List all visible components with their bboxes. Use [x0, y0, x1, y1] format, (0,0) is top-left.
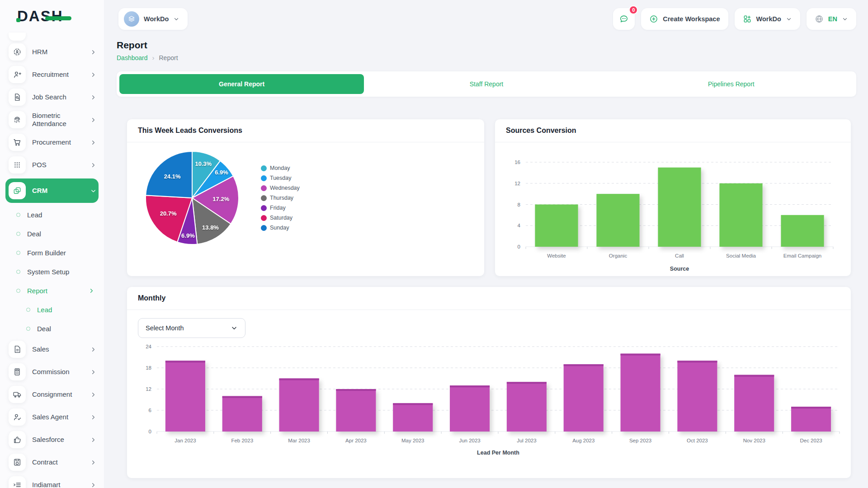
chevron-right-icon [90, 436, 97, 443]
legend-label: Thursday [270, 195, 293, 201]
commission-icon [9, 363, 26, 380]
svg-text:Mar 2023: Mar 2023 [288, 438, 310, 443]
create-workspace-label: Create Workspace [663, 15, 720, 23]
sidebar-subitem-label: Deal [27, 230, 41, 238]
monthly-card: Monthly Select Month 06121824Jan 2023Feb… [127, 287, 851, 478]
svg-text:Oct 2023: Oct 2023 [687, 438, 708, 443]
tab-pipelines-report[interactable]: Pipelines Report [609, 74, 854, 94]
legend-item-thursday[interactable]: Thursday [261, 195, 300, 201]
sidebar-item-indiamart[interactable]: Indiamart [5, 474, 99, 488]
procurement-icon [9, 134, 26, 151]
chevron-right-icon [90, 482, 97, 488]
building-icon [127, 15, 136, 23]
sidebar-item-commission[interactable]: Commission [5, 361, 99, 383]
biometric-icon [9, 111, 26, 128]
indiamart-icon [9, 476, 26, 488]
legend-item-sunday[interactable]: Sunday [261, 225, 300, 231]
svg-text:Organic: Organic [609, 253, 627, 258]
weekly-leads-card-body: 10.3%6.9%17.2%13.8%6.9%20.7%24.1% Monday… [127, 142, 484, 274]
sidebar-item-pos[interactable]: POS [5, 154, 99, 176]
pie-legend: MondayTuesdayWednesdayThursdayFridaySatu… [261, 165, 300, 231]
sidebar-item-label: POS [32, 161, 84, 169]
sales-icon [9, 341, 26, 358]
workspace-name: WorkDo [144, 15, 169, 23]
sidebar-item-label: Job Search [32, 93, 84, 101]
sidebar-item-contract[interactable]: Contract [5, 451, 99, 474]
legend-item-tuesday[interactable]: Tuesday [261, 175, 300, 181]
sidebar-item-label: Salesforce [32, 436, 84, 444]
sidebar-subitem-label: Lead [37, 306, 52, 314]
messages-button[interactable]: 0 [613, 8, 635, 30]
svg-text:Jun 2023: Jun 2023 [459, 438, 480, 443]
legend-dot [261, 215, 267, 221]
app-logo: DASH [5, 0, 99, 33]
svg-text:May 2023: May 2023 [401, 438, 425, 443]
sidebar-item-biometric-attendance[interactable]: Biometric Attendance [5, 108, 99, 131]
circle-icon [26, 327, 30, 331]
sidebar-item-sales-agent[interactable]: Sales Agent [5, 406, 99, 428]
workspace-selector[interactable]: WorkDo [118, 8, 188, 30]
circle-icon [26, 308, 30, 312]
sidebar-subitem-report[interactable]: Report [5, 281, 99, 300]
tab-staff-report[interactable]: Staff Report [364, 74, 609, 94]
svg-text:12: 12 [146, 386, 151, 392]
legend-item-saturday[interactable]: Saturday [261, 215, 300, 221]
month-select[interactable]: Select Month [138, 318, 245, 338]
legend-dot [261, 165, 267, 171]
sources-card-title: Sources Conversion [506, 127, 840, 135]
sidebar-item-sales[interactable]: Sales [5, 338, 99, 361]
sidebar-item-label: Sales [32, 345, 84, 353]
tab-general-report[interactable]: General Report [119, 74, 364, 94]
sidebar-subitem-lead[interactable]: Lead [5, 205, 99, 224]
legend-dot [261, 185, 267, 191]
sidebar-subitem-deal[interactable]: Deal [5, 319, 99, 338]
chevron-down-icon [786, 16, 792, 22]
chat-icon [619, 14, 629, 24]
create-workspace-button[interactable]: Create Workspace [641, 8, 728, 30]
sidebar-item-job-search[interactable]: Job Search [5, 86, 99, 108]
sidebar-item-label: Recruitment [32, 70, 84, 79]
sidebar-item-recruitment[interactable]: Recruitment [5, 63, 99, 86]
sidebar-item-label: Biometric Attendance [32, 112, 84, 127]
svg-text:Email Campaign: Email Campaign [783, 253, 821, 258]
sidebar-item-label: CRM [32, 187, 84, 195]
messages-badge: 0 [629, 5, 638, 14]
svg-text:Lead Per Month: Lead Per Month [477, 450, 519, 456]
monthly-card-title: Monthly [138, 294, 840, 302]
svg-text:Dec 2023: Dec 2023 [800, 438, 822, 443]
sidebar-subitem-form-builder[interactable]: Form Builder [5, 243, 99, 262]
legend-item-monday[interactable]: Monday [261, 165, 300, 171]
chevron-right-icon [90, 117, 97, 123]
legend-label: Sunday [270, 225, 289, 231]
sidebar-item-salesforce[interactable]: Salesforce [5, 428, 99, 451]
sources-bar-chart: 0481216WebsiteOrganicCallSocial MediaEma… [502, 145, 840, 274]
sidebar-subitem-label: Report [27, 287, 47, 295]
account-selector[interactable]: WorkDo [735, 8, 800, 30]
report-tabs: General ReportStaff ReportPipelines Repo… [117, 71, 856, 97]
sidebar-item-procurement[interactable]: Procurement [5, 131, 99, 154]
weekly-leads-card-header: This Week Leads Conversions [127, 119, 484, 142]
legend-item-wednesday[interactable]: Wednesday [261, 185, 300, 191]
sidebar-item-consignment[interactable]: Consignment [5, 383, 99, 406]
chevron-right-icon [90, 391, 97, 398]
sidebar-item-hrm[interactable]: HRM [5, 41, 99, 63]
svg-text:0: 0 [149, 429, 151, 434]
svg-text:0: 0 [518, 244, 520, 249]
sidebar-subitem-deal[interactable]: Deal [5, 224, 99, 243]
sidebar-item-crm[interactable]: CRM [5, 178, 99, 203]
weekly-leads-pie-chart: 10.3%6.9%17.2%13.8%6.9%20.7%24.1% [143, 149, 241, 247]
chevron-down-icon [231, 324, 238, 332]
language-selector[interactable]: EN [807, 8, 856, 30]
sources-conversion-card: Sources Conversion 0481216WebsiteOrganic… [495, 119, 851, 276]
breadcrumb-separator: › [152, 54, 155, 61]
sidebar-subitem-lead[interactable]: Lead [5, 300, 99, 319]
sidebar-item-label: Commission [32, 368, 84, 376]
svg-text:Feb 2023: Feb 2023 [231, 438, 253, 443]
sidebar-subitem-label: System Setup [27, 268, 69, 276]
legend-label: Saturday [270, 215, 292, 221]
sidebar-subitem-system-setup[interactable]: System Setup [5, 262, 99, 281]
chevron-right-icon [90, 139, 97, 146]
consignment-icon [9, 386, 26, 403]
legend-item-friday[interactable]: Friday [261, 205, 300, 211]
breadcrumb-dashboard-link[interactable]: Dashboard [117, 54, 148, 61]
